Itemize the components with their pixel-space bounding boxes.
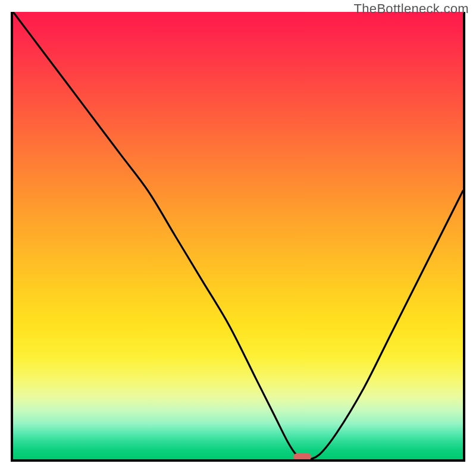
chart-canvas: TheBottleneck.com	[0, 0, 476, 476]
watermark-text: TheBottleneck.com	[354, 1, 469, 17]
plot-frame	[11, 12, 465, 462]
optimal-point-marker	[293, 453, 311, 461]
bottleneck-curve	[13, 12, 463, 459]
